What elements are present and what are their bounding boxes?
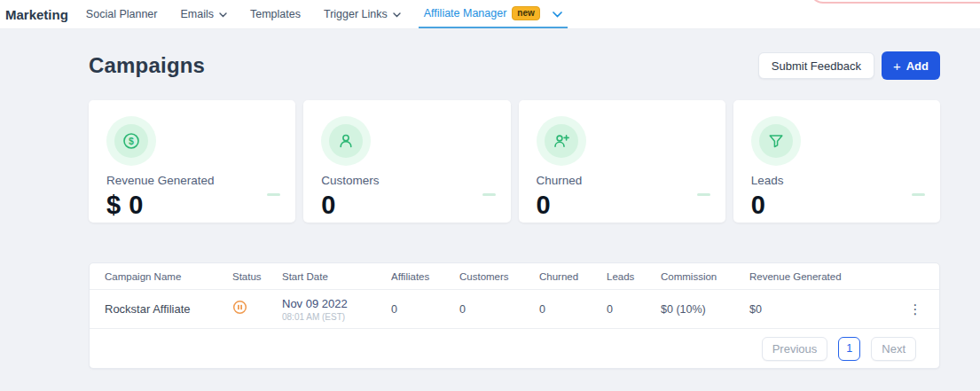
stat-label: Leads [751, 174, 924, 187]
funnel-icon [767, 132, 785, 150]
tab-affiliate-manager[interactable]: Affiliate Manager new [419, 0, 568, 28]
page-title: Campaigns [89, 53, 205, 78]
column-header-revenue-generated: Revenue Generated [749, 271, 891, 282]
chevron-down-icon[interactable] [553, 12, 562, 18]
column-header-start-date: Start Date [282, 271, 391, 282]
status-cell [225, 300, 282, 318]
tab-label: Trigger Links [324, 8, 388, 20]
stat-icon-ring [321, 116, 371, 166]
user-plus-icon [553, 132, 570, 150]
stat-card-revenue: $ Revenue Generated $ 0 [89, 100, 295, 223]
stat-icon-circle: $ [114, 124, 148, 158]
chevron-down-icon [393, 12, 401, 18]
trend-dash-icon [912, 193, 925, 196]
previous-page-button[interactable]: Previous [762, 337, 828, 361]
cutoff-trial-banner [810, 0, 980, 4]
chevron-down-icon [219, 12, 227, 18]
trend-dash-icon [482, 193, 496, 196]
stat-card-leads: Leads 0 [733, 100, 940, 223]
campaigns-table: Campaign Name Status Start Date Affiliat… [89, 262, 940, 369]
new-badge: new [512, 6, 539, 20]
commission-value: $0 (10%) [661, 303, 749, 316]
marketing-top-nav: Marketing Social Planner Emails Template… [0, 0, 980, 29]
stat-value: 0 [537, 191, 710, 220]
column-header-churned: Churned [539, 271, 607, 282]
column-header-commission: Commission [661, 271, 749, 282]
column-header-campaign-name: Campaign Name [90, 271, 225, 282]
affiliates-count: 0 [391, 303, 459, 316]
pagination: Previous 1 Next [90, 329, 939, 368]
stat-label: Customers [321, 174, 494, 187]
stat-value: $ 0 [106, 191, 279, 220]
row-actions-cell: ⋮ [891, 300, 939, 319]
campaign-name[interactable]: Rockstar Affiliate [90, 302, 225, 316]
table-row[interactable]: Rockstar Affiliate Nov 09 2022 08:01 AM … [90, 290, 939, 329]
churned-count: 0 [539, 303, 607, 316]
stat-value: 0 [751, 191, 924, 220]
stat-icon-circle [759, 124, 793, 158]
tab-label: Templates [250, 8, 301, 20]
customers-count: 0 [459, 303, 539, 316]
status-paused-icon [232, 300, 247, 315]
tab-label: Emails [180, 8, 214, 20]
revenue-generated-value: $0 [749, 303, 891, 316]
tab-templates[interactable]: Templates [250, 0, 301, 28]
tab-emails[interactable]: Emails [180, 0, 227, 28]
tab-label: Social Planner [86, 8, 158, 20]
stat-icon-ring [537, 116, 586, 166]
stat-card-customers: Customers 0 [303, 100, 510, 223]
stat-value: 0 [321, 191, 494, 220]
leads-count: 0 [607, 303, 661, 316]
add-button-label: Add [906, 59, 929, 73]
user-icon [337, 132, 355, 150]
header-actions: Submit Feedback + Add [758, 51, 940, 80]
stat-label: Revenue Generated [106, 174, 279, 187]
column-header-affiliates: Affiliates [391, 271, 459, 282]
stats-row: $ Revenue Generated $ 0 [89, 100, 940, 223]
stat-icon-circle [329, 124, 363, 158]
table-header-row: Campaign Name Status Start Date Affiliat… [90, 263, 939, 290]
tab-trigger-links[interactable]: Trigger Links [324, 0, 401, 28]
stat-label: Churned [537, 174, 710, 187]
dollar-circle-icon: $ [122, 132, 140, 150]
trend-dash-icon [267, 193, 280, 196]
start-date: Nov 09 2022 [282, 297, 391, 310]
page-number-button[interactable]: 1 [838, 337, 860, 361]
submit-feedback-button[interactable]: Submit Feedback [758, 52, 874, 79]
stat-icon-ring: $ [106, 116, 156, 166]
marketing-tabs: Social Planner Emails Templates Trigger … [86, 0, 562, 28]
start-time: 08:01 AM (EST) [282, 312, 391, 322]
plus-icon: + [893, 59, 901, 74]
next-page-button[interactable]: Next [871, 337, 916, 361]
page-header: Campaigns Submit Feedback + Add [89, 49, 940, 82]
campaigns-content: Campaigns Submit Feedback + Add $ [89, 29, 940, 391]
row-menu-ellipsis-icon[interactable]: ⋮ [902, 300, 929, 319]
stat-icon-ring [751, 116, 801, 166]
tab-social-planner[interactable]: Social Planner [86, 0, 158, 28]
column-header-status: Status [225, 271, 282, 282]
start-date-cell: Nov 09 2022 08:01 AM (EST) [282, 297, 391, 322]
affiliate-manager-campaigns-screen: Marketing Social Planner Emails Template… [0, 0, 980, 391]
svg-text:$: $ [129, 136, 134, 146]
column-header-leads: Leads [607, 271, 661, 282]
stat-card-churned: Churned 0 [519, 100, 725, 223]
app-section-title: Marketing [5, 7, 68, 22]
stat-icon-circle [545, 124, 578, 158]
add-campaign-button[interactable]: + Add [882, 51, 940, 80]
column-header-customers: Customers [459, 271, 539, 282]
tab-label: Affiliate Manager [424, 7, 507, 20]
trend-dash-icon [697, 193, 710, 196]
